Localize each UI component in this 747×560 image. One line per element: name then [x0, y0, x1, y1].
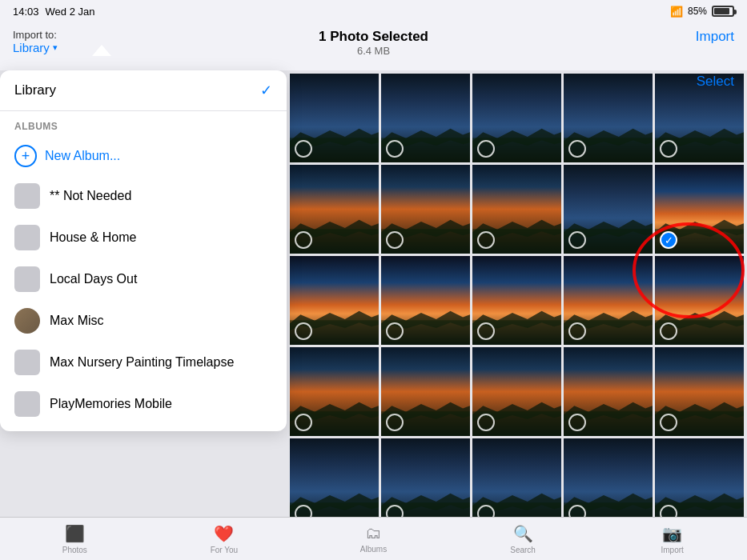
selection-indicator [295, 322, 312, 340]
photo-thumbnail [472, 347, 561, 436]
photo-cell[interactable] [564, 347, 653, 436]
chevron-down-icon: ▾ [53, 42, 58, 53]
tab-import[interactable]: 📷Import [597, 524, 747, 554]
tab-search[interactable]: 🔍Search [448, 524, 598, 554]
wifi-icon: 📶 [670, 6, 683, 18]
selection-indicator [477, 322, 495, 340]
album-name: Max Misc [50, 314, 104, 328]
selection-indicator [660, 505, 677, 517]
nav-title: 1 Photo Selected [319, 29, 428, 45]
selection-indicator [386, 322, 404, 340]
selection-indicator [660, 414, 677, 431]
import-to-label: Import to: [13, 29, 57, 41]
selection-indicator [660, 140, 677, 158]
photo-cell[interactable] [655, 256, 744, 345]
selection-indicator [295, 414, 312, 431]
album-item[interactable]: Max Misc [0, 300, 287, 342]
dropdown-arrow [92, 45, 111, 56]
selection-indicator [295, 505, 312, 517]
album-item[interactable]: Max Nursery Painting Timelapse [0, 342, 287, 383]
photo-thumbnail [472, 74, 561, 162]
selection-indicator [386, 505, 404, 517]
albums-icon: 🗂 [365, 524, 381, 542]
photo-cell[interactable] [564, 74, 653, 162]
selection-indicator [568, 140, 586, 158]
photo-cell[interactable] [381, 256, 470, 345]
checkmark-icon: ✓ [260, 82, 272, 99]
photo-thumbnail [564, 165, 653, 254]
photo-cell[interactable] [381, 165, 470, 254]
album-thumbnail [14, 183, 40, 209]
nav-center: 1 Photo Selected 6.4 MB [319, 29, 428, 57]
selection-indicator [477, 231, 495, 249]
status-bar: 14:03 Wed 2 Jan 📶 85% [0, 0, 747, 22]
tab-for-you[interactable]: ❤️For You [150, 524, 299, 554]
photo-thumbnail [564, 256, 653, 345]
photo-cell[interactable] [564, 165, 653, 254]
photo-cell[interactable] [472, 74, 561, 162]
tab-label: Import [661, 546, 684, 554]
photo-cell[interactable] [290, 438, 379, 517]
nav-right: Import [696, 29, 734, 45]
library-dropdown-trigger[interactable]: Library ▾ [13, 41, 58, 54]
new-album-button[interactable]: + New Album... [0, 137, 287, 175]
photo-thumbnail [472, 256, 561, 345]
photo-thumbnail [290, 256, 379, 345]
select-button[interactable]: Select [697, 74, 734, 90]
photo-cell[interactable] [290, 347, 379, 436]
photo-thumbnail [290, 165, 379, 254]
selection-indicator [295, 140, 312, 158]
album-list: ** Not NeededHouse & HomeLocal Days OutM… [0, 175, 287, 425]
album-item[interactable]: Local Days Out [0, 258, 287, 300]
photo-cell[interactable] [472, 165, 561, 254]
photo-cell[interactable] [381, 347, 470, 436]
nav-subtitle: 6.4 MB [319, 45, 428, 57]
photo-thumbnail [381, 256, 470, 345]
selection-indicator [568, 505, 586, 517]
photo-cell[interactable] [564, 438, 653, 517]
time: 14:03 [13, 6, 39, 18]
photo-thumbnail [655, 256, 744, 345]
photo-cell[interactable] [290, 165, 379, 254]
photo-cell[interactable] [381, 438, 470, 517]
photo-thumbnail: ✓ [655, 165, 744, 254]
photo-cell[interactable] [472, 438, 561, 517]
album-thumbnail [14, 225, 40, 250]
selection-indicator: ✓ [660, 231, 677, 249]
tab-bar: ⬛Photos❤️For You🗂Albums🔍Search📷Import [0, 517, 747, 560]
photo-cell[interactable] [472, 256, 561, 345]
album-thumbnail [14, 266, 40, 292]
new-album-label: New Album... [45, 149, 120, 163]
selection-indicator [386, 414, 404, 431]
photo-thumbnail [564, 74, 653, 162]
selection-indicator [477, 140, 495, 158]
main-content: Select Library ✓ ALBUMS + New Album... *… [0, 70, 747, 517]
photo-thumbnail [290, 347, 379, 436]
photo-cell[interactable]: ✓ [655, 165, 744, 254]
photo-cell[interactable] [655, 347, 744, 436]
photo-cell[interactable] [472, 347, 561, 436]
albums-header: ALBUMS [0, 111, 287, 137]
selection-indicator [568, 322, 586, 340]
photo-thumbnail [290, 438, 379, 517]
album-item[interactable]: PlayMemories Mobile [0, 383, 287, 425]
photo-cell[interactable] [381, 74, 470, 162]
import-button[interactable]: Import [696, 29, 734, 45]
tab-photos[interactable]: ⬛Photos [0, 524, 150, 554]
album-item[interactable]: House & Home [0, 217, 287, 258]
photo-grid-container: ✓ [287, 70, 747, 517]
photo-thumbnail [472, 438, 561, 517]
photo-cell[interactable] [655, 438, 744, 517]
photos-icon: ⬛ [65, 524, 85, 543]
photo-cell[interactable] [290, 256, 379, 345]
album-name: ** Not Needed [50, 189, 131, 203]
dropdown-library-row[interactable]: Library ✓ [0, 70, 287, 111]
photo-cell[interactable] [564, 256, 653, 345]
selection-indicator [386, 140, 404, 158]
photo-cell[interactable] [290, 74, 379, 162]
photo-thumbnail [381, 165, 470, 254]
selection-indicator [295, 231, 312, 249]
dropdown-menu: Library ✓ ALBUMS + New Album... ** Not N… [0, 70, 287, 431]
tab-albums[interactable]: 🗂Albums [299, 524, 448, 554]
album-item[interactable]: ** Not Needed [0, 175, 287, 217]
